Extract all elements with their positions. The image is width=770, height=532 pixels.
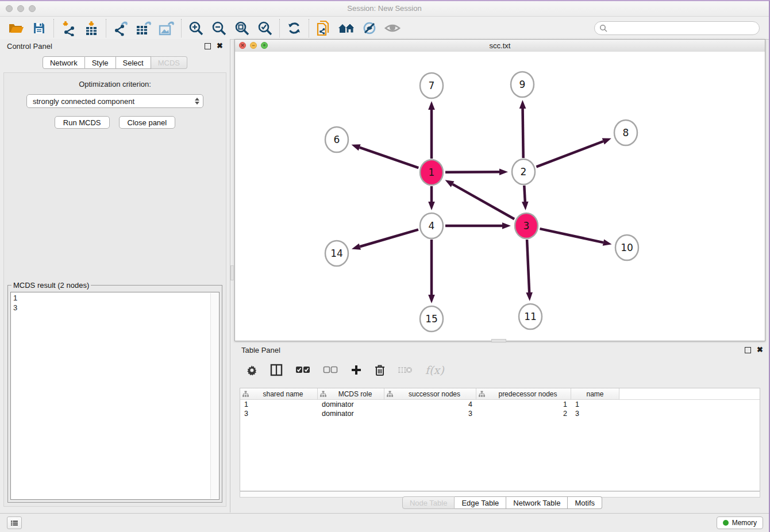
table-cell[interactable]: 1 <box>571 400 619 409</box>
tab-motifs[interactable]: Motifs <box>568 496 602 509</box>
export-table-button[interactable] <box>132 18 155 38</box>
add-row-button[interactable] <box>351 364 362 376</box>
edge-3-11[interactable] <box>526 240 533 301</box>
memory-button[interactable]: Memory <box>717 516 763 529</box>
open-session-button[interactable] <box>5 18 28 38</box>
svg-text:11: 11 <box>524 311 537 322</box>
float-panel-icon[interactable] <box>205 43 211 49</box>
edge-1-6[interactable] <box>352 144 419 168</box>
criterion-selected-value: strongly connected component <box>33 97 134 106</box>
table-cell[interactable]: dominator <box>318 409 384 418</box>
zoom-in-button[interactable] <box>184 18 207 38</box>
task-history-button[interactable] <box>7 516 22 529</box>
column-header-predecessor-nodes[interactable]: predecessor nodes <box>476 388 571 399</box>
export-network-button[interactable] <box>109 18 132 38</box>
edge-4-15[interactable] <box>428 240 435 303</box>
close-panel-icon[interactable]: ✖ <box>217 43 223 49</box>
tab-network-table[interactable]: Network Table <box>506 496 568 509</box>
search-icon <box>599 24 607 32</box>
mcds-result-textarea[interactable]: 13 <box>10 292 220 500</box>
tab-mcds[interactable]: MCDS <box>151 56 187 69</box>
control-panel-tabs: NetworkStyleSelectMCDS <box>0 56 230 69</box>
import-network-button[interactable] <box>57 18 80 38</box>
table-cell[interactable]: 3 <box>384 409 476 418</box>
network-view-window: ✕ − + scc.txt 7968124314101511 <box>234 39 765 341</box>
deselect-all-button[interactable] <box>323 366 338 374</box>
table-toolbar: f(x) <box>234 360 770 380</box>
show-column-button[interactable] <box>270 364 283 376</box>
main-toolbar <box>0 17 769 40</box>
new-network-from-selection-button[interactable] <box>312 18 335 38</box>
edge-4-14[interactable] <box>352 230 418 250</box>
vertical-split-handle[interactable] <box>230 265 234 280</box>
tab-network[interactable]: Network <box>43 56 85 69</box>
graph-node-11[interactable]: 11 <box>519 304 542 329</box>
float-table-panel-icon[interactable] <box>745 347 751 353</box>
optimization-criterion-label: Optimization criterion: <box>4 80 226 88</box>
tab-select[interactable]: Select <box>116 56 151 69</box>
first-neighbors-button[interactable] <box>335 18 358 38</box>
table-row[interactable]: 3dominator323 <box>240 409 760 418</box>
graph-node-14[interactable]: 14 <box>325 241 348 266</box>
column-header-name[interactable]: name <box>571 388 619 399</box>
table-cell[interactable]: dominator <box>318 400 384 409</box>
graph-node-9[interactable]: 9 <box>511 72 534 97</box>
edge-3-1[interactable] <box>445 180 515 219</box>
zoom-out-button[interactable] <box>207 18 230 38</box>
import-table-button[interactable] <box>80 18 103 38</box>
network-canvas[interactable]: 7968124314101511 <box>235 52 765 341</box>
edge-4-3[interactable] <box>445 222 511 229</box>
table-cell[interactable]: 2 <box>476 409 571 418</box>
close-table-panel-icon[interactable]: ✖ <box>757 346 763 353</box>
search-field[interactable] <box>594 21 760 35</box>
edge-1-7[interactable] <box>428 101 435 159</box>
table-cell[interactable]: 4 <box>384 400 476 409</box>
tab-node-table[interactable]: Node Table <box>402 496 455 509</box>
tab-style[interactable]: Style <box>85 56 116 69</box>
run-mcds-button[interactable]: Run MCDS <box>55 116 110 129</box>
table-row[interactable]: 1dominator411 <box>240 400 760 409</box>
graph-node-2[interactable]: 2 <box>512 159 535 184</box>
apply-layout-button[interactable] <box>283 18 306 38</box>
edge-3-10[interactable] <box>540 229 611 246</box>
select-all-button[interactable] <box>295 366 310 374</box>
graph-node-8[interactable]: 8 <box>614 120 637 145</box>
graph-node-7[interactable]: 7 <box>420 73 443 98</box>
network-window-titlebar[interactable]: ✕ − + scc.txt <box>235 40 765 52</box>
column-label: shared name <box>251 390 315 398</box>
edge-2-8[interactable] <box>536 138 611 167</box>
table-options-button[interactable] <box>246 364 257 376</box>
sort-hierarchy-icon <box>320 391 326 398</box>
horizontal-split-handle[interactable] <box>491 339 506 342</box>
edge-1-4[interactable] <box>428 186 435 210</box>
table-cell[interactable]: 1 <box>240 400 318 409</box>
result-scrollbar[interactable] <box>210 293 218 499</box>
edge-2-9[interactable] <box>519 100 526 158</box>
graph-node-6[interactable]: 6 <box>325 127 348 152</box>
export-image-button[interactable] <box>155 18 178 38</box>
search-input[interactable] <box>607 24 754 33</box>
close-panel-button[interactable]: Close panel <box>119 116 176 129</box>
table-cell[interactable]: 3 <box>240 409 318 418</box>
column-header-shared-name[interactable]: shared name <box>240 388 318 399</box>
graph-node-1[interactable]: 1 <box>420 160 443 185</box>
show-graphics-details-button[interactable] <box>381 18 404 38</box>
graph-node-4[interactable]: 4 <box>420 213 443 238</box>
zoom-fit-button[interactable] <box>230 18 253 38</box>
tab-edge-table[interactable]: Edge Table <box>455 496 506 509</box>
zoom-selected-button[interactable] <box>253 18 276 38</box>
column-header-MCDS-role[interactable]: MCDS role <box>318 388 384 399</box>
node-table: shared nameMCDS rolesuccessor nodesprede… <box>240 388 760 491</box>
hide-graphics-details-button[interactable] <box>358 18 381 38</box>
table-cell[interactable]: 3 <box>571 409 619 418</box>
table-cell[interactable]: 1 <box>476 400 571 409</box>
delete-row-button[interactable] <box>375 364 385 376</box>
edge-2-3[interactable] <box>522 186 529 210</box>
graph-node-3[interactable]: 3 <box>515 213 538 238</box>
save-session-button[interactable] <box>28 18 51 38</box>
graph-node-15[interactable]: 15 <box>420 306 443 331</box>
graph-node-10[interactable]: 10 <box>615 235 638 260</box>
column-header-successor-nodes[interactable]: successor nodes <box>384 388 476 399</box>
edge-1-2[interactable] <box>445 168 508 175</box>
criterion-select[interactable]: strongly connected component <box>26 94 203 108</box>
